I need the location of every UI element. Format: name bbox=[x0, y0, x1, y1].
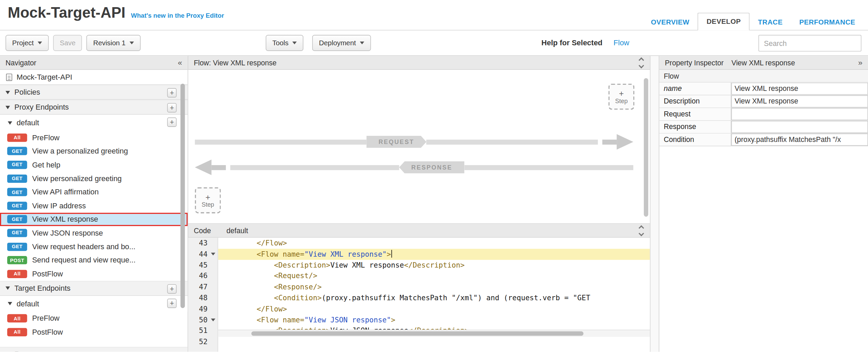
add-step-label: Step bbox=[615, 97, 628, 104]
method-badge: GET bbox=[7, 161, 27, 169]
help-flow-link[interactable]: Flow bbox=[614, 39, 629, 47]
proxy-endpoint-default[interactable]: default + bbox=[0, 115, 188, 131]
property-label: Description bbox=[659, 95, 731, 108]
tab-performance[interactable]: PERFORMANCE bbox=[791, 14, 864, 31]
whats-new-link[interactable]: What's new in the Proxy Editor bbox=[131, 12, 224, 19]
save-button[interactable]: Save bbox=[53, 35, 82, 51]
revision-dropdown-label: Revision 1 bbox=[93, 39, 126, 47]
triangle-down-icon bbox=[5, 106, 10, 109]
method-badge: POST bbox=[7, 256, 27, 264]
flow-row[interactable]: GET Get help bbox=[0, 158, 188, 172]
collapse-expand-icon[interactable] bbox=[638, 225, 645, 236]
section-policies-label: Policies bbox=[14, 88, 40, 96]
flow-row[interactable]: GET View personalized greeting bbox=[0, 172, 188, 185]
property-label: Condition bbox=[659, 133, 731, 146]
tab-overview[interactable]: OVERVIEW bbox=[642, 14, 698, 31]
code-panel-title: Code bbox=[194, 226, 211, 235]
flow-label: View a personalized greeting bbox=[32, 147, 128, 155]
method-badge: GET bbox=[7, 202, 27, 210]
property-label: Request bbox=[659, 108, 731, 120]
flow-diagram: + Step REQUEST RESPONSE bbox=[188, 70, 650, 224]
arrow-tail bbox=[602, 139, 617, 144]
arrow-right-icon bbox=[617, 134, 633, 150]
chevron-down-icon bbox=[639, 230, 644, 236]
help-for-selected-label: Help for Selected bbox=[541, 39, 602, 47]
code-tab-default[interactable]: default bbox=[227, 226, 248, 235]
property-value[interactable]: View XML response bbox=[731, 95, 868, 108]
plus-icon: + bbox=[205, 193, 210, 200]
method-badge: All bbox=[7, 133, 27, 142]
search-input[interactable] bbox=[758, 35, 862, 52]
add-target-flow-button[interactable]: + bbox=[167, 299, 177, 308]
flow-label: View API affirmation bbox=[32, 188, 99, 196]
navigator-root-item[interactable]: Mock-Target-API bbox=[0, 70, 188, 85]
flow-row[interactable]: All PostFlow bbox=[0, 267, 188, 281]
section-target-endpoints-label: Target Endpoints bbox=[14, 284, 70, 292]
chevron-down-icon bbox=[130, 42, 134, 44]
flow-row[interactable]: GET View XML response bbox=[0, 212, 188, 226]
toolbar-left-group: Project Save Revision 1 bbox=[5, 35, 140, 51]
property-value[interactable]: (proxy.pathsuffix MatchesPath "/x bbox=[731, 133, 868, 146]
chevron-down-icon bbox=[293, 42, 297, 44]
method-badge: GET bbox=[7, 229, 27, 237]
tab-develop[interactable]: DEVELOP bbox=[698, 13, 750, 30]
panel-splitter[interactable] bbox=[650, 56, 659, 352]
horizontal-scrollbar-thumb[interactable] bbox=[251, 331, 584, 336]
flow-row[interactable]: All PreFlow bbox=[0, 312, 188, 325]
toolbar: Project Save Revision 1 Tools Deployment… bbox=[0, 31, 868, 55]
property-value[interactable] bbox=[731, 121, 868, 133]
flow-bar-segment bbox=[427, 139, 598, 144]
flow-row[interactable]: GET View IP address bbox=[0, 199, 188, 212]
tab-trace[interactable]: TRACE bbox=[750, 14, 791, 31]
chevron-up-icon bbox=[639, 57, 644, 63]
request-flow-line: REQUEST bbox=[195, 134, 633, 150]
flow-panel-title: Flow: View XML response bbox=[194, 59, 277, 67]
navigator-title: Navigator bbox=[5, 59, 36, 67]
navigator-panel: Navigator « Mock-Target-API Policies + P… bbox=[0, 56, 188, 352]
add-target-endpoint-button[interactable]: + bbox=[167, 284, 177, 293]
section-policies[interactable]: Policies + bbox=[0, 85, 188, 100]
proxy-flow-list: All PreFlow GET View a personalized gree… bbox=[0, 131, 188, 281]
tools-dropdown[interactable]: Tools bbox=[266, 35, 303, 51]
collapse-panel-icon[interactable]: « bbox=[178, 58, 182, 67]
property-row: Condition (proxy.pathsuffix MatchesPath … bbox=[659, 133, 868, 146]
chevron-down-icon bbox=[639, 63, 644, 68]
flow-label: PreFlow bbox=[32, 133, 60, 142]
code-panel-header: Code default bbox=[188, 224, 650, 238]
response-label-plaque: RESPONSE bbox=[399, 161, 465, 174]
revision-dropdown[interactable]: Revision 1 bbox=[87, 35, 140, 51]
flow-row[interactable]: All PreFlow bbox=[0, 131, 188, 144]
property-value[interactable]: View XML response bbox=[731, 83, 868, 95]
flow-row[interactable]: GET View API affirmation bbox=[0, 185, 188, 199]
flow-row[interactable]: GET View a personalized greeting bbox=[0, 144, 188, 158]
flow-row[interactable]: All PostFlow bbox=[0, 325, 188, 339]
section-resources[interactable]: Resources bbox=[0, 347, 188, 352]
add-proxy-endpoint-button[interactable]: + bbox=[167, 103, 177, 113]
navigator-scrollbar[interactable] bbox=[181, 84, 185, 308]
expand-panel-icon[interactable]: » bbox=[858, 58, 863, 67]
property-value[interactable] bbox=[731, 108, 868, 120]
project-dropdown[interactable]: Project bbox=[5, 35, 49, 51]
target-endpoint-default-label: default bbox=[17, 300, 39, 308]
code-editor[interactable]: 43444546474849505152 </Flow> <Flow name=… bbox=[188, 238, 650, 352]
save-button-label: Save bbox=[60, 39, 76, 47]
flow-row[interactable]: POST Send request and view reque... bbox=[0, 253, 188, 267]
flow-scrollbar[interactable] bbox=[644, 78, 648, 217]
add-step-button-request[interactable]: + Step bbox=[608, 84, 634, 110]
collapse-expand-icon[interactable] bbox=[638, 57, 645, 68]
flow-label: View request headers and bo... bbox=[32, 242, 135, 251]
section-proxy-endpoints-label: Proxy Endpoints bbox=[14, 103, 69, 111]
flow-row[interactable]: GET View request headers and bo... bbox=[0, 240, 188, 253]
add-policy-button[interactable]: + bbox=[167, 88, 177, 98]
deployment-dropdown[interactable]: Deployment bbox=[312, 35, 371, 51]
property-row: Request bbox=[659, 108, 868, 121]
flow-row[interactable]: GET View JSON response bbox=[0, 226, 188, 240]
section-target-endpoints[interactable]: Target Endpoints + bbox=[0, 281, 188, 295]
flow-label: View XML response bbox=[32, 215, 98, 223]
tools-dropdown-label: Tools bbox=[272, 39, 289, 47]
target-endpoint-default[interactable]: default + bbox=[0, 295, 188, 311]
add-step-button-response[interactable]: + Step bbox=[195, 187, 221, 213]
add-proxy-flow-button[interactable]: + bbox=[167, 117, 177, 127]
section-proxy-endpoints[interactable]: Proxy Endpoints + bbox=[0, 100, 188, 115]
method-badge: GET bbox=[7, 188, 27, 196]
